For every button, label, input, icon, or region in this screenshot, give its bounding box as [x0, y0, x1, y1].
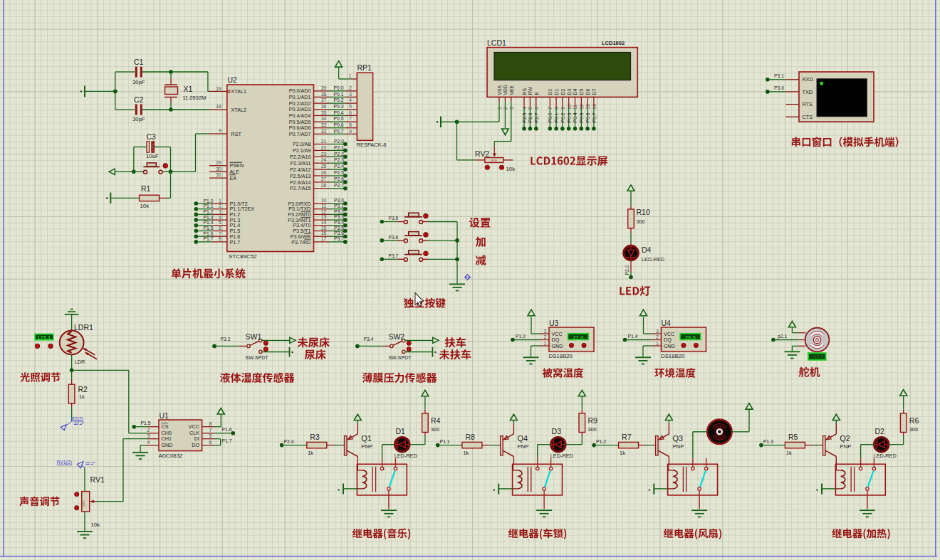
svg-text:LCD1: LCD1 [487, 38, 506, 47]
svg-text:R7: R7 [622, 433, 632, 441]
svg-text:DO: DO [192, 442, 199, 448]
svg-text:6: 6 [349, 110, 352, 115]
svg-text:PNP: PNP [517, 443, 528, 450]
svg-text:R9: R9 [588, 416, 597, 425]
svg-text:19: 19 [216, 86, 221, 91]
svg-text:CS: CS [162, 423, 169, 430]
svg-text:DS18B20: DS18B20 [549, 353, 573, 359]
svg-text:1: 1 [656, 341, 659, 346]
svg-text:Q2: Q2 [840, 434, 850, 443]
svg-text:P3.2: P3.2 [221, 337, 231, 342]
svg-text:22: 22 [321, 145, 327, 150]
svg-text:30pF: 30pF [132, 79, 145, 85]
svg-text:15: 15 [321, 226, 327, 231]
svg-text:P1.0: P1.0 [204, 199, 214, 204]
svg-text:CTS: CTS [803, 114, 813, 120]
svg-text:7: 7 [349, 116, 352, 121]
svg-text:27: 27 [321, 176, 327, 181]
svg-text:P0.1: P0.1 [334, 92, 344, 97]
svg-text:10k: 10k [140, 203, 150, 209]
svg-text:7: 7 [209, 428, 212, 433]
svg-text:P3.1: P3.1 [774, 73, 784, 78]
svg-text:D7: D7 [592, 89, 597, 95]
svg-text:10: 10 [321, 198, 327, 203]
svg-text:17: 17 [321, 236, 327, 241]
svg-text:LED-RED: LED-RED [874, 453, 897, 459]
svg-text:P0.4: P0.4 [334, 110, 344, 115]
svg-text:R5: R5 [788, 433, 798, 441]
svg-text:TXD: TXD [803, 89, 813, 95]
svg-text:Q4: Q4 [517, 434, 528, 443]
svg-text:P2.0/A8: P2.0/A8 [293, 141, 311, 147]
svg-text:P1.1: P1.1 [204, 204, 214, 208]
svg-text:28: 28 [321, 183, 327, 188]
svg-text:P3.4: P3.4 [334, 220, 344, 225]
svg-text:2: 2 [544, 334, 547, 339]
svg-text:P2.4: P2.4 [284, 439, 294, 444]
svg-text:LDR1: LDR1 [74, 323, 93, 332]
svg-text:Q3: Q3 [672, 434, 683, 443]
svg-text:P2.3/A11: P2.3/A11 [290, 160, 310, 167]
svg-text:26.0: 26.0 [685, 334, 696, 341]
svg-text:P2.5/A13: P2.5/A13 [290, 173, 311, 179]
svg-text:E: E [534, 92, 539, 95]
svg-text:p2.1: p2.1 [778, 334, 787, 339]
svg-text:4: 4 [147, 440, 150, 445]
svg-text:VSS: VSS [497, 85, 502, 95]
svg-text:14: 14 [321, 220, 327, 225]
svg-text:P1.2: P1.2 [596, 439, 606, 444]
svg-text:XTAL2: XTAL2 [231, 107, 246, 113]
svg-text:C3: C3 [147, 132, 157, 141]
svg-text:STC89C52: STC89C52 [229, 253, 257, 260]
svg-text:D1: D1 [554, 89, 559, 95]
svg-text:33: 33 [321, 122, 327, 127]
svg-text:C1: C1 [134, 58, 144, 66]
svg-text:SW2: SW2 [388, 332, 404, 341]
svg-text:7: 7 [219, 231, 221, 236]
svg-text:300: 300 [909, 426, 918, 433]
svg-text:GND: GND [552, 343, 563, 349]
svg-text:2: 2 [349, 85, 352, 90]
svg-text:5: 5 [209, 433, 212, 438]
svg-text:PNP: PNP [361, 443, 372, 450]
svg-text:8: 8 [209, 421, 212, 426]
svg-text:D1: D1 [396, 427, 406, 435]
svg-text:PNP: PNP [672, 443, 684, 450]
svg-text:P0.6: P0.6 [334, 122, 344, 127]
svg-text:10uF: 10uF [146, 153, 159, 159]
svg-text:38: 38 [321, 92, 327, 97]
svg-text:18: 18 [216, 104, 221, 109]
svg-text:4: 4 [349, 97, 352, 102]
svg-text:P1.7: P1.7 [204, 236, 214, 241]
svg-text:P0.1: P0.1 [554, 112, 559, 122]
svg-text:31: 31 [216, 172, 221, 177]
svg-text:U1: U1 [160, 411, 169, 420]
svg-text:P2.7: P2.7 [334, 183, 344, 188]
svg-text:24: 24 [321, 157, 327, 162]
svg-text:1k: 1k [463, 450, 469, 456]
svg-text:2: 2 [147, 428, 150, 433]
svg-text:P3.5: P3.5 [389, 216, 399, 221]
svg-text:R8: R8 [465, 433, 475, 441]
svg-text:P1.6: P1.6 [222, 427, 232, 432]
svg-text:SW-SPDT: SW-SPDT [388, 355, 412, 360]
svg-text:P3.5: P3.5 [334, 226, 344, 231]
svg-text:P2.6/A14: P2.6/A14 [290, 179, 311, 186]
svg-text:2: 2 [219, 204, 221, 208]
svg-text:P2.3: P2.3 [334, 157, 344, 162]
svg-text:1k: 1k [786, 450, 792, 456]
svg-text:P2.2/A10: P2.2/A10 [290, 154, 311, 160]
svg-text:21: 21 [321, 139, 327, 144]
svg-text:RP1: RP1 [357, 63, 372, 72]
svg-text:1: 1 [349, 73, 352, 78]
svg-text:P1.2: P1.2 [204, 209, 214, 214]
svg-text:23: 23 [321, 152, 327, 157]
svg-text:D4: D4 [573, 89, 578, 95]
svg-text:Q1: Q1 [361, 434, 372, 443]
svg-text:P3.0: P3.0 [334, 198, 344, 203]
svg-text:3: 3 [349, 92, 352, 97]
svg-text:8: 8 [349, 122, 352, 127]
svg-text:P1.4: P1.4 [204, 220, 214, 225]
svg-text:R10: R10 [637, 208, 650, 216]
svg-text:P0.0: P0.0 [548, 112, 553, 122]
